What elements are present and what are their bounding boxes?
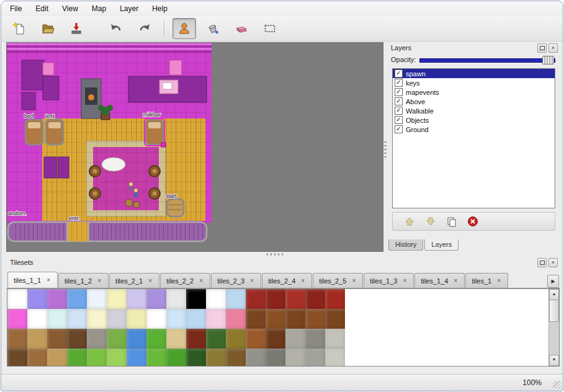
tile-r1-c0[interactable] <box>7 309 27 329</box>
tile-r2-c1[interactable] <box>27 329 47 349</box>
tile-r1-c2[interactable] <box>47 309 67 329</box>
tile-r1-c6[interactable] <box>127 309 146 329</box>
tile-r2-c5[interactable] <box>107 329 127 349</box>
tile-r3-c13[interactable] <box>266 349 285 367</box>
tile-r3-c2[interactable] <box>47 349 67 367</box>
undo-button[interactable] <box>104 18 128 39</box>
tile-r2-c8[interactable] <box>166 329 186 349</box>
tile-r2-c2[interactable] <box>47 329 67 349</box>
layer-row-Walkable[interactable]: ✓Walkable <box>393 106 555 115</box>
tile-r1-c8[interactable] <box>166 309 186 329</box>
tab-close-icon[interactable]: × <box>198 278 204 283</box>
tile-r3-c10[interactable] <box>206 349 226 367</box>
slider-handle[interactable] <box>542 56 554 65</box>
tile-r0-c7[interactable] <box>146 289 166 309</box>
tileset-tab-tiles_2_5[interactable]: tiles_2_5× <box>313 273 363 288</box>
tile-r2-c9[interactable] <box>186 329 206 349</box>
tile-r1-c16[interactable] <box>325 309 345 329</box>
scroll-thumb[interactable] <box>549 300 559 322</box>
layer-visible-checkbox[interactable]: ✓ <box>395 97 403 105</box>
tile-r1-c1[interactable] <box>27 309 47 329</box>
float-panel-button[interactable] <box>537 43 547 53</box>
tab-close-icon[interactable]: × <box>147 278 153 283</box>
delete-layer-button[interactable] <box>467 216 478 227</box>
menu-view[interactable]: View <box>61 3 79 14</box>
tile-r3-c3[interactable] <box>67 349 87 367</box>
layer-row-Ground[interactable]: ✓Ground <box>393 125 555 134</box>
tileset-scrollbar[interactable]: ▲ ▼ <box>548 289 559 366</box>
menu-file[interactable]: File <box>9 3 23 14</box>
save-button[interactable] <box>65 18 88 39</box>
map-view[interactable]: bed test milkbar start andom. entr. <box>6 42 383 252</box>
tab-close-icon[interactable]: × <box>401 278 408 283</box>
tile-r2-c15[interactable] <box>305 329 325 349</box>
tileset-tab-tiles_2_1[interactable]: tiles_2_1× <box>109 273 159 288</box>
layer-row-spawn[interactable]: ✓spawn <box>393 69 555 78</box>
close-panel-button[interactable]: × <box>548 43 558 53</box>
duplicate-layer-button[interactable] <box>446 216 457 227</box>
map-milkbar-object[interactable] <box>145 118 166 147</box>
tile-r0-c4[interactable] <box>87 289 107 309</box>
menu-edit[interactable]: Edit <box>34 3 50 14</box>
tileset-tab-tiles_1_3[interactable]: tiles_1_3× <box>364 273 414 288</box>
tile-r2-c16[interactable] <box>325 329 345 349</box>
tile-r3-c5[interactable] <box>107 349 127 367</box>
tile-r0-c16[interactable] <box>325 289 345 309</box>
tile-r0-c8[interactable] <box>166 289 186 309</box>
tile-r2-c3[interactable] <box>67 329 87 349</box>
tile-r0-c10[interactable] <box>206 289 226 309</box>
layer-row-mapevents[interactable]: ✓mapevents <box>393 87 555 97</box>
tile-r2-c6[interactable] <box>127 329 146 349</box>
tile-r1-c15[interactable] <box>305 309 325 329</box>
tile-r3-c12[interactable] <box>246 349 266 367</box>
tile-r2-c13[interactable] <box>266 329 285 349</box>
layer-visible-checkbox[interactable]: ✓ <box>395 88 403 96</box>
tile-r0-c15[interactable] <box>305 289 325 309</box>
tile-r3-c4[interactable] <box>87 349 107 367</box>
menu-map[interactable]: Map <box>91 3 107 14</box>
tileset-tab-tiles_2_4[interactable]: tiles_2_4× <box>262 273 312 288</box>
tile-r1-c12[interactable] <box>246 309 266 329</box>
layer-row-Objects[interactable]: ✓Objects <box>393 115 555 125</box>
tile-r2-c4[interactable] <box>87 329 107 349</box>
layer-visible-checkbox[interactable]: ✓ <box>395 79 403 87</box>
tileset-tab-tiles_1_4[interactable]: tiles_1_4× <box>414 273 465 288</box>
tileset-tab-tiles_1_2[interactable]: tiles_1_2× <box>58 273 109 288</box>
opacity-slider[interactable] <box>419 55 555 64</box>
tile-r2-c7[interactable] <box>146 329 166 349</box>
tile-r0-c11[interactable] <box>226 289 246 309</box>
new-file-button[interactable] <box>7 18 31 39</box>
tab-close-icon[interactable]: × <box>300 278 306 283</box>
tab-history[interactable]: History <box>388 239 423 251</box>
rect-select-button[interactable] <box>258 18 282 39</box>
tile-r1-c9[interactable] <box>186 309 206 329</box>
tile-r2-c12[interactable] <box>246 329 266 349</box>
tile-r0-c9[interactable] <box>186 289 206 309</box>
tile-r2-c11[interactable] <box>226 329 246 349</box>
layer-visible-checkbox[interactable]: ✓ <box>395 125 403 133</box>
tab-close-icon[interactable]: × <box>452 278 459 283</box>
tile-r1-c3[interactable] <box>67 309 87 329</box>
tile-r3-c9[interactable] <box>186 349 206 367</box>
redo-button[interactable] <box>133 18 156 39</box>
tile-r3-c8[interactable] <box>166 349 186 367</box>
tile-r3-c11[interactable] <box>226 349 246 367</box>
scroll-up-button[interactable]: ▲ <box>549 289 559 300</box>
tile-r0-c2[interactable] <box>47 289 67 309</box>
tile-r0-c1[interactable] <box>27 289 47 309</box>
tile-r3-c15[interactable] <box>305 349 325 367</box>
tileset-tab-tiles_1[interactable]: tiles_1× <box>465 273 508 288</box>
tile-r1-c5[interactable] <box>107 309 127 329</box>
lower-layer-button[interactable] <box>425 216 436 227</box>
layer-visible-checkbox[interactable]: ✓ <box>395 116 403 124</box>
close-panel-button[interactable]: × <box>548 258 558 267</box>
scroll-down-button[interactable]: ▼ <box>549 355 559 366</box>
horizontal-splitter[interactable] <box>6 252 560 257</box>
tile-r2-c14[interactable] <box>285 329 305 349</box>
tile-r3-c14[interactable] <box>285 349 305 367</box>
layer-visible-checkbox[interactable]: ✓ <box>395 69 403 78</box>
tile-r3-c0[interactable] <box>7 349 27 367</box>
raise-layer-button[interactable] <box>404 216 415 227</box>
layer-row-keys[interactable]: ✓keys <box>393 78 555 87</box>
float-panel-button[interactable] <box>537 258 547 267</box>
